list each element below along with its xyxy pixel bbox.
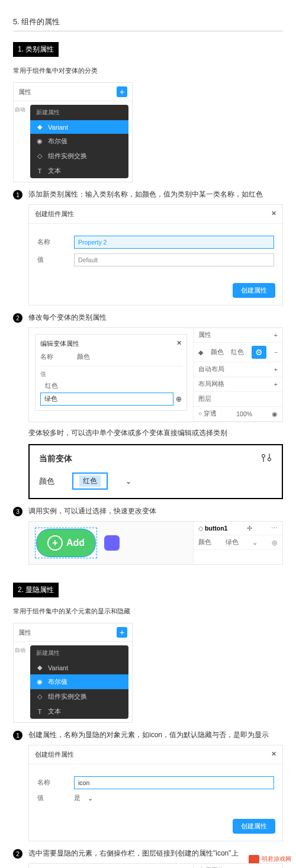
section1-intro: 常用于组件集中对变体的分类 (13, 66, 283, 75)
color-select[interactable]: 红色 (72, 472, 108, 490)
diamond-icon: ◆ (36, 123, 43, 131)
eye-icon: ◉ (36, 137, 43, 145)
menu-header: 新建属性 (30, 105, 128, 120)
value-input[interactable] (40, 393, 173, 406)
svg-point-0 (262, 455, 265, 458)
properties-panel-title: 属性 (18, 88, 31, 97)
swap-icon: ◇ (36, 152, 43, 160)
text-icon: T (36, 168, 43, 175)
step-1-badge: 1 (13, 731, 22, 740)
menu-item-boolean[interactable]: ◉布尔值 (30, 134, 128, 149)
eye-icon[interactable]: ◉ (272, 410, 278, 417)
chevron-down-icon[interactable]: ⌄ (252, 539, 258, 546)
properties-panel-title: 属性 (18, 628, 31, 637)
settings-icon[interactable]: ⚙ (252, 346, 266, 359)
menu-item-text[interactable]: T文本 (30, 704, 128, 719)
close-icon[interactable]: ✕ (176, 339, 182, 348)
name-label: 名称 (37, 238, 67, 246)
chevron-down-icon[interactable]: ⌄ (88, 795, 93, 802)
purple-square-icon (104, 535, 120, 551)
menu-item-variant[interactable]: ◆Variant (30, 661, 128, 674)
swap-icon: ◇ (36, 693, 43, 700)
target-icon[interactable]: ◎ (272, 539, 278, 546)
step-2-badge: 2 (13, 849, 22, 859)
name-input[interactable] (74, 776, 274, 789)
menu-item-boolean[interactable]: ◉布尔值 (30, 674, 128, 689)
step-3-badge: 3 (13, 507, 22, 516)
diamond-icon: ◆ (36, 664, 43, 671)
add-value-icon[interactable]: ⊕ (176, 395, 182, 403)
page-heading: 5. 组件的属性 (13, 17, 283, 31)
step2-note: 变体较多时，可以选中单个变体或多个变体直接编辑或选择类别 (28, 428, 283, 438)
s2-step2-text: 选中需要显隐的元素，右侧操作栏，图层链接到创建的属性"icon"上 (28, 848, 283, 859)
close-icon[interactable]: ✕ (271, 210, 276, 218)
menu-item-text[interactable]: T文本 (30, 163, 128, 178)
step1-text: 添加新类别属性：输入类别名称，如颜色，值为类别中某一类名称，如红色 (28, 189, 283, 200)
menu-item-swap[interactable]: ◇组件实例交换 (30, 689, 128, 704)
add-property-button[interactable]: + (117, 627, 127, 638)
site-logo: 明君游戏网 (249, 855, 291, 863)
section2-intro: 常用于组件集中的某个元素的显示和隐藏 (13, 607, 283, 616)
add-property-button[interactable]: + (117, 86, 127, 97)
mixer-icon[interactable] (260, 454, 272, 462)
text-icon: T (36, 708, 43, 715)
name-input[interactable] (74, 236, 274, 249)
color-label: 颜色 (39, 476, 54, 487)
edit-variant-title: 编辑变体属性 (40, 339, 79, 348)
step-1-badge: 1 (13, 190, 22, 200)
create-button[interactable]: 创建属性 (233, 283, 275, 298)
dialog-title: 创建组件属性 (35, 210, 74, 218)
step-2-badge: 2 (13, 313, 22, 323)
value-label: 值 (37, 256, 67, 264)
current-variant-title: 当前变体 (39, 454, 72, 464)
diamond-icon: ◆ (198, 349, 203, 356)
value-input[interactable] (74, 253, 274, 266)
swap-icon[interactable]: ✢ (247, 525, 252, 532)
section1-title: 1. 类别属性 (13, 42, 59, 57)
new-property-menu: 新建属性 ◆Variant ◉布尔值 ◇组件实例交换 T文本 (30, 105, 128, 178)
menu-item-variant[interactable]: ◆Variant (30, 120, 128, 134)
svg-point-1 (268, 458, 271, 461)
chevron-down-icon[interactable]: ⌄ (126, 477, 131, 486)
s2-step1-text: 创建属性，名称为显隐的对象元素，如icon，值为默认隐藏与否，是即为显示 (28, 730, 283, 740)
menu-item-swap[interactable]: ◇组件实例交换 (30, 149, 128, 163)
step2-text: 修改每个变体的类别属性 (28, 313, 283, 323)
plus-icon: + (47, 535, 63, 551)
create-button[interactable]: 创建属性 (233, 819, 275, 834)
step3-text: 调用实例，可以通过选择，快速更改变体 (28, 506, 283, 516)
side-label: 自动 (15, 107, 25, 112)
eye-icon: ◉ (36, 678, 43, 686)
section2-title: 2. 显隐属性 (13, 583, 59, 597)
add-button-instance[interactable]: +Add (37, 529, 95, 557)
color-value[interactable]: 绿色 (226, 538, 239, 546)
new-property-menu: 新建属性 ◆Variant ◉布尔值 ◇组件实例交换 T文本 (30, 645, 128, 719)
close-icon[interactable]: ✕ (271, 750, 276, 759)
